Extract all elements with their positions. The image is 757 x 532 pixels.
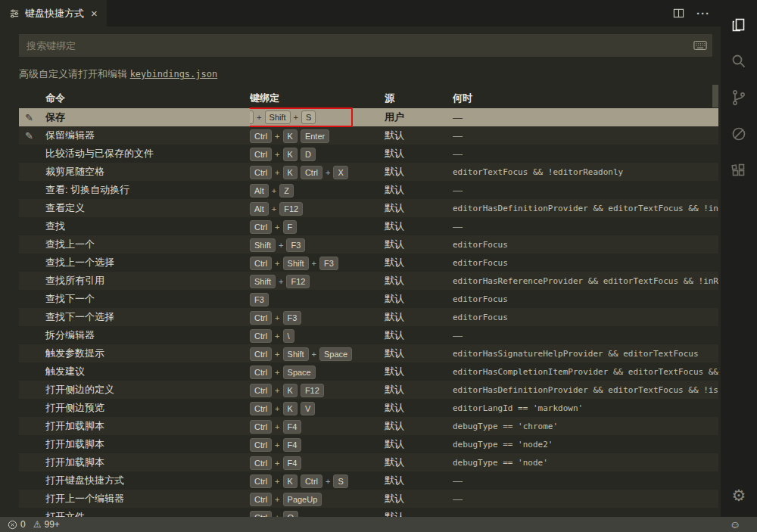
edit-pencil-icon[interactable]: ✎ (25, 130, 33, 142)
edit-pencil-icon[interactable]: ✎ (25, 112, 33, 123)
table-row[interactable]: ✎ 查看: 切换自动换行 Alt+Z 默认 — (19, 181, 718, 199)
keybinding-chips: Ctrl+PageUp (250, 493, 325, 506)
feedback-smiley-icon[interactable]: ☺ (730, 519, 740, 530)
key-separator: + (275, 495, 279, 504)
key-chip: Ctrl (250, 166, 272, 179)
vertical-scrollbar-thumb[interactable] (712, 85, 718, 107)
when-cell: debugType == 'node' (453, 458, 718, 468)
keybindings-table-body: ✎ 保存 Ctrl+Shift+S 用户 — ✎ 保留编辑器 Ctrl+KEnt… (0, 108, 721, 517)
header-command: 命令 (39, 92, 250, 105)
when-cell: — (453, 475, 718, 487)
key-chip: Ctrl (250, 257, 272, 270)
header-source: 源 (385, 92, 453, 105)
problems-errors[interactable]: 0 (8, 519, 26, 530)
explorer-icon[interactable] (721, 7, 757, 43)
keybindings-json-link[interactable]: keybindings.json (130, 69, 218, 79)
key-chip: Ctrl (250, 493, 272, 506)
key-chip: Ctrl (250, 347, 272, 361)
source-cell: 默认 (385, 474, 453, 487)
key-chip: Ctrl (250, 420, 272, 434)
source-cell: 默认 (385, 328, 453, 342)
key-chip: Ctrl (250, 384, 272, 397)
keybinding-cell: Ctrl+F4 (250, 437, 385, 452)
key-separator: + (275, 350, 279, 359)
key-separator: + (275, 386, 279, 395)
key-chip: F4 (283, 456, 302, 470)
key-chip: F12 (286, 275, 310, 288)
table-row[interactable]: ✎ 裁剪尾随空格 Ctrl+KCtrl+X 默认 editorTextFocus… (19, 163, 718, 181)
search-icon[interactable] (721, 43, 757, 79)
search-box (19, 34, 712, 57)
source-control-icon[interactable] (721, 79, 757, 116)
close-icon[interactable]: × (89, 8, 99, 19)
table-row[interactable]: ✎ 打开加载脚本 Ctrl+F4 默认 debugType == 'node2' (19, 435, 718, 453)
key-chip: F12 (301, 384, 324, 397)
more-actions-icon[interactable]: ··· (696, 10, 710, 17)
when-cell: — (453, 221, 718, 232)
table-row[interactable]: ✎ 保留编辑器 Ctrl+KEnter 默认 — (19, 126, 718, 145)
record-keys-icon[interactable] (688, 40, 712, 51)
keybinding-cell: Ctrl+KD (250, 147, 385, 161)
table-row[interactable]: ✎ 打开侧边的定义 Ctrl+KF12 默认 editorHasDefiniti… (19, 381, 718, 399)
table-row[interactable]: ✎ 打开键盘快捷方式 Ctrl+KCtrl+S 默认 — (19, 471, 718, 490)
table-row[interactable]: ✎ 触发参数提示 Ctrl+Shift+Space 默认 editorHasSi… (19, 344, 718, 362)
command-cell: 裁剪尾随空格 (39, 165, 250, 179)
when-cell: editorLangId == 'markdown' (453, 403, 718, 413)
table-row[interactable]: ✎ 打开侧边预览 Ctrl+KV 默认 editorLangId == 'mar… (19, 399, 718, 417)
table-row[interactable]: ✎ 比较活动与已保存的文件 Ctrl+KD 默认 — (19, 145, 718, 163)
source-cell: 默认 (385, 256, 453, 269)
keybinding-cell: Alt+F12 (250, 201, 385, 216)
hint-text: 高级自定义请打开和编辑 (19, 68, 130, 79)
when-cell: editorHasCompletionItemProvider && edito… (453, 367, 718, 377)
table-row[interactable]: ✎ 打开上一个编辑器 Ctrl+PageUp 默认 — (19, 490, 718, 508)
key-chip: Ctrl (301, 474, 322, 488)
source-cell: 默认 (385, 238, 453, 251)
source-cell: 用户 (385, 110, 453, 124)
table-row[interactable]: ✎ 打开文件 Ctrl+O 默认 (19, 508, 718, 517)
extensions-icon[interactable] (721, 152, 757, 188)
table-row[interactable]: ✎ 拆分编辑器 Ctrl+\ 默认 — (19, 326, 718, 344)
command-cell: 查找上一个选择 (39, 256, 250, 269)
source-cell: 默认 (385, 310, 453, 324)
table-row[interactable]: ✎ 保存 Ctrl+Shift+S 用户 — (19, 108, 718, 126)
tab-keyboard-shortcuts[interactable]: 键盘快捷方式 × (0, 0, 107, 26)
key-separator: + (275, 331, 279, 341)
key-separator: + (275, 440, 279, 450)
split-editor-icon[interactable] (673, 8, 684, 19)
when-cell: debugType == 'chrome' (453, 422, 718, 431)
keybinding-chips: Ctrl+KCtrl+S (250, 474, 351, 488)
keybinding-cell: Ctrl+F4 (250, 456, 385, 470)
table-row[interactable]: ✎ 查找下一个选择 Ctrl+F3 默认 editorFocus (19, 308, 718, 326)
keybinding-chips: Ctrl+\ (250, 329, 298, 343)
source-cell: 默认 (385, 147, 453, 160)
command-cell: 打开加载脚本 (39, 437, 250, 451)
debug-disabled-icon[interactable] (721, 116, 757, 152)
table-row[interactable]: ✎ 查找所有引用 Shift+F12 默认 editorHasReference… (19, 272, 718, 290)
keybinding-cell: Ctrl+Shift+F3 (250, 256, 385, 270)
search-input[interactable] (19, 34, 688, 57)
table-row[interactable]: ✎ 打开加载脚本 Ctrl+F4 默认 debugType == 'node' (19, 453, 718, 471)
warning-count: 99+ (44, 519, 59, 530)
command-cell: 打开上一个编辑器 (39, 492, 250, 506)
problems-warnings[interactable]: ⚠ 99+ (33, 519, 60, 530)
table-row[interactable]: ✎ 查找上一个选择 Ctrl+Shift+F3 默认 editorFocus (19, 254, 718, 272)
settings-gear-icon[interactable]: ⚙ (721, 478, 757, 514)
source-cell: 默认 (385, 219, 453, 233)
table-row[interactable]: ✎ 查找下一个 F3 默认 editorFocus (19, 290, 718, 308)
command-cell: 查找所有引用 (39, 274, 250, 288)
table-row[interactable]: ✎ 触发建议 Ctrl+Space 默认 editorHasCompletion… (19, 362, 718, 381)
table-row[interactable]: ✎ 查找上一个 Shift+F3 默认 editorFocus (19, 235, 718, 254)
keybinding-chips: Ctrl+KF12 (250, 384, 327, 397)
header-keybinding: 键绑定 (250, 92, 385, 105)
command-cell: 触发建议 (39, 365, 250, 378)
tab-bar: 键盘快捷方式 × ··· (0, 0, 721, 26)
key-chip: Ctrl (250, 366, 272, 379)
when-cell: editorHasReferenceProvider && editorText… (453, 276, 718, 286)
table-row[interactable]: ✎ 打开加载脚本 Ctrl+F4 默认 debugType == 'chrome… (19, 417, 718, 435)
keybinding-cell: Alt+Z (250, 183, 385, 198)
keybinding-chips: Ctrl+KV (250, 402, 318, 415)
command-cell: 查找 (39, 219, 250, 233)
table-row[interactable]: ✎ 查看定义 Alt+F12 默认 editorHasDefinitionPro… (19, 199, 718, 217)
table-row[interactable]: ✎ 查找 Ctrl+F 默认 — (19, 217, 718, 235)
command-cell: 保留编辑器 (39, 129, 250, 142)
